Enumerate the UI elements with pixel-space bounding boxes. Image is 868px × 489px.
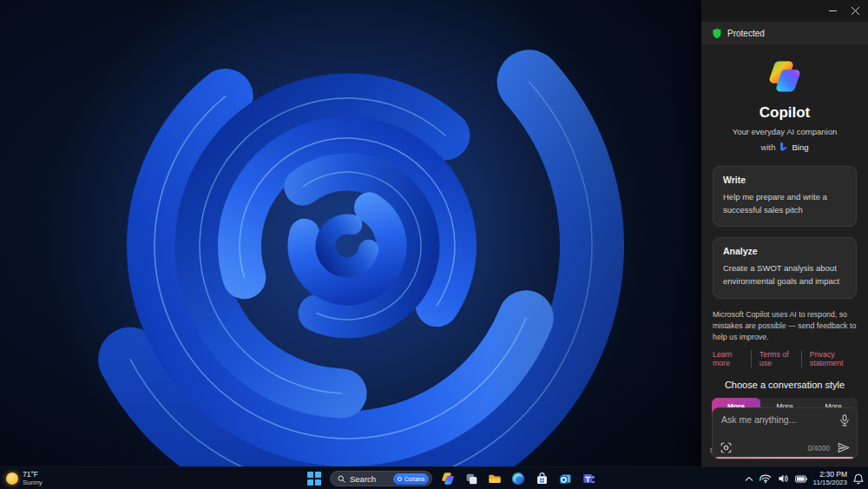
- task-view-icon: [465, 472, 478, 486]
- notification-center-button[interactable]: [853, 473, 864, 485]
- suggestion-card-write[interactable]: Write Help me prepare and write a succes…: [713, 166, 857, 227]
- search-highlight-badge[interactable]: Cortana: [393, 473, 429, 485]
- chat-composer[interactable]: 0/4000: [712, 407, 858, 459]
- taskbar: 71°F Sunny Search Cortana: [0, 466, 868, 489]
- taskbar-app-copilot[interactable]: [440, 471, 456, 486]
- taskbar-app-outlook[interactable]: [557, 471, 573, 486]
- card-title: Analyze: [723, 246, 846, 256]
- badge-label: Cortana: [404, 476, 424, 482]
- chat-input[interactable]: [721, 414, 831, 425]
- minimize-button[interactable]: [821, 0, 844, 22]
- bing-label: Bing: [792, 142, 808, 152]
- card-title: Write: [723, 175, 846, 185]
- card-body: Help me prepare and write a successful s…: [723, 191, 846, 216]
- microphone-icon: [839, 414, 850, 426]
- suggestion-cards: Write Help me prepare and write a succes…: [713, 166, 857, 299]
- system-tray: 2:30 PM 11/15/2023: [745, 467, 864, 489]
- tray-time: 2:30 PM: [813, 470, 847, 479]
- with-label: with: [761, 142, 776, 152]
- microphone-button[interactable]: [839, 414, 850, 426]
- taskbar-task-view[interactable]: [464, 471, 479, 486]
- legal-links: Learn more Terms of use Privacy statemen…: [713, 350, 857, 367]
- protected-label: Protected: [727, 29, 765, 38]
- char-counter: 0/4000: [807, 444, 830, 453]
- taskbar-app-teams[interactable]: [581, 471, 596, 486]
- panel-title: Copilot: [701, 104, 868, 122]
- store-icon: [536, 472, 549, 486]
- learn-more-link[interactable]: Learn more: [713, 350, 743, 367]
- card-body: Create a SWOT analysis about environment…: [723, 262, 846, 287]
- taskbar-app-file-explorer[interactable]: [487, 471, 503, 486]
- send-button[interactable]: [838, 442, 850, 453]
- search-box[interactable]: Search Cortana: [330, 471, 432, 486]
- weather-temperature: 71°F: [23, 471, 43, 479]
- ai-disclaimer: Microsoft Copilot uses AI to respond, so…: [713, 309, 857, 344]
- with-bing-row: with Bing: [701, 142, 868, 152]
- suggestion-card-analyze[interactable]: Analyze Create a SWOT analysis about env…: [713, 237, 857, 298]
- battery-icon: [795, 475, 807, 483]
- protected-banner: Protected: [701, 22, 868, 44]
- windows-logo-icon: [307, 472, 321, 486]
- privacy-statement-link[interactable]: Privacy statement: [801, 350, 857, 367]
- close-button[interactable]: [844, 0, 866, 22]
- file-explorer-icon: [488, 472, 502, 486]
- volume-indicator[interactable]: [778, 473, 789, 484]
- copilot-panel: Protected Copilot Your everyday AI compa…: [701, 0, 868, 466]
- chevron-up-icon: [745, 476, 753, 482]
- copilot-logo-icon: [766, 58, 803, 95]
- wifi-icon: [760, 473, 772, 484]
- taskbar-center: Search Cortana: [306, 467, 596, 489]
- weather-condition: Sunny: [23, 479, 43, 486]
- network-indicator[interactable]: [760, 473, 772, 484]
- search-icon: [338, 475, 345, 483]
- sun-icon: [6, 472, 18, 485]
- bell-icon: [853, 473, 864, 485]
- teams-icon: [582, 472, 595, 486]
- conversation-style-heading: Choose a conversation style: [701, 380, 868, 390]
- close-icon: [852, 7, 859, 15]
- start-button[interactable]: [306, 471, 322, 486]
- clock-widget[interactable]: 2:30 PM 11/15/2023: [813, 470, 847, 487]
- search-placeholder: Search: [350, 474, 389, 484]
- weather-widget[interactable]: 71°F Sunny: [6, 467, 43, 489]
- taskbar-app-store[interactable]: [534, 471, 549, 486]
- composer-accent-line: [716, 457, 853, 459]
- outlook-icon: [559, 472, 572, 486]
- copilot-brand: Copilot Your everyday AI companion with …: [701, 58, 868, 152]
- tray-overflow-button[interactable]: [745, 476, 753, 482]
- composer-toolbar: 0/4000: [720, 442, 850, 453]
- terms-of-use-link[interactable]: Terms of use: [751, 350, 793, 367]
- screenshot-icon: [720, 442, 732, 453]
- tray-date: 11/15/2023: [813, 479, 847, 487]
- shield-icon: [712, 28, 722, 39]
- battery-indicator[interactable]: [795, 475, 807, 483]
- panel-subtitle: Your everyday AI companion: [701, 127, 868, 136]
- desktop: Protected Copilot Your everyday AI compa…: [0, 0, 868, 489]
- copilot-icon: [441, 472, 455, 486]
- screenshot-button[interactable]: [720, 442, 732, 453]
- taskbar-app-edge[interactable]: [510, 471, 526, 486]
- panel-titlebar: [701, 0, 868, 22]
- speaker-icon: [778, 473, 789, 484]
- badge-icon: [398, 477, 402, 481]
- bing-icon: [779, 142, 788, 152]
- edge-icon: [511, 472, 525, 486]
- minimize-icon: [829, 7, 837, 15]
- send-icon: [838, 442, 850, 453]
